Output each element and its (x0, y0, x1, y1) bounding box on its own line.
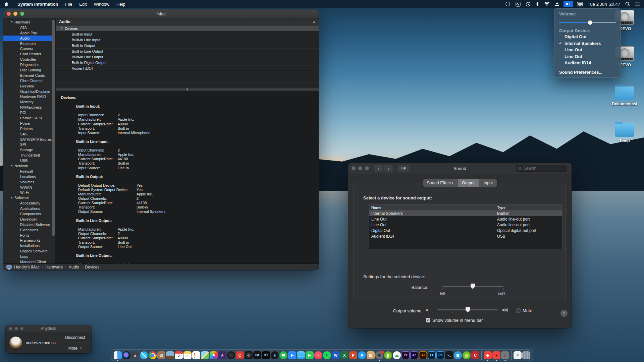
sidebar-item-memory[interactable]: Memory (3, 99, 55, 105)
input-source-icon[interactable] (577, 2, 583, 6)
sidebar-item-firewire[interactable]: FireWire (3, 83, 55, 89)
disclosure-triangle-icon[interactable]: ▼ (60, 27, 63, 30)
tab-input[interactable]: Input (479, 179, 497, 187)
minimize-button[interactable] (13, 12, 17, 16)
dock-icon-audient-id[interactable]: iD (262, 351, 270, 359)
help-button[interactable]: ? (560, 310, 568, 317)
dock-icon-app-store[interactable]: A (358, 351, 366, 359)
output-volume-slider[interactable] (437, 307, 498, 310)
sidebar-item-pci[interactable]: PCI (3, 110, 55, 115)
device-row-audient-id14[interactable]: Audient iD14 (56, 66, 319, 71)
dock-icon-messages[interactable]: … (297, 351, 305, 359)
dock-icon-edge-browser[interactable]: e (271, 351, 279, 359)
output-device-digital-out-0[interactable]: Digital Out (554, 34, 621, 40)
dock-icon-capture-app[interactable] (375, 351, 383, 359)
device-row-built-in-line-output[interactable]: Built-in Line Output (56, 54, 319, 60)
dock-icon-clamp-tool[interactable]: ∩ (501, 351, 509, 359)
anydesk-titlebar[interactable]: Anydesk (6, 325, 91, 332)
dock-icon-premiere[interactable]: Pr (401, 351, 410, 359)
dock-icon-apple-music[interactable]: ♪ (314, 351, 322, 359)
dock-icon-word[interactable]: W (332, 351, 340, 359)
search-field[interactable]: Search (516, 165, 567, 172)
tab-output[interactable]: Output (458, 179, 479, 187)
dock-icon-anydesk[interactable]: ◆ (484, 351, 492, 359)
dock-icon-contacts[interactable]: ▤ (157, 351, 165, 359)
sidebar-item-locations[interactable]: Locations (3, 174, 55, 179)
dock-icon-after-effects[interactable]: Ae (410, 351, 418, 359)
output-device-line-out-3[interactable]: Line Out (554, 53, 621, 60)
dock-icon-cloud-app[interactable]: ☁ (393, 351, 401, 359)
more-button[interactable]: More∨ (59, 343, 91, 353)
minimize-button[interactable] (15, 327, 18, 330)
volume-icon[interactable] (564, 1, 573, 7)
breadcrumb-part-hardware[interactable]: Hardware (45, 265, 63, 269)
close-button[interactable] (352, 166, 356, 170)
sidebar-item-volumes[interactable]: Volumes (3, 179, 55, 185)
breadcrumb-part-audio[interactable]: Audio (69, 265, 79, 269)
dock-icon-anydesk-linux[interactable]: ● (492, 351, 500, 359)
sidebar-item-disc-burning[interactable]: Disc Burning (3, 67, 55, 73)
sidebar-item-fonts[interactable]: Fonts (3, 233, 55, 238)
zoom-button[interactable] (365, 166, 369, 170)
device-row-built-in-line-input[interactable]: Built-in Line Input (56, 37, 319, 43)
table-row-line-out-2[interactable]: Line OutAudio line-out port (369, 222, 562, 228)
dock-icon-cubase[interactable]: C (236, 351, 244, 359)
sidebar-item-developer[interactable]: Developer (3, 217, 55, 222)
sidebar-item-usb[interactable]: USB (3, 158, 55, 163)
dock-icon-chrome[interactable] (149, 351, 157, 359)
sound-preferences-item[interactable]: Sound Preferences... (559, 70, 602, 75)
sidebar-item-components[interactable]: Components (3, 211, 55, 217)
dock-icon-cubase-2[interactable]: C (471, 351, 479, 359)
sidebar-item-frameworks[interactable]: Frameworks (3, 238, 55, 243)
sidebar-item-disabled-software[interactable]: Disabled Software (3, 222, 55, 227)
spotlight-icon[interactable] (625, 2, 630, 6)
sidebar-item-wwan[interactable]: WWAN (3, 185, 55, 190)
sidebar-item-hardware-raid[interactable]: Hardware RAID (3, 94, 55, 99)
output-device-internal-speakers-1[interactable]: ✓Internal Speakers (554, 40, 621, 47)
apple-menu-icon[interactable] (4, 2, 8, 7)
dock-icon-globe-app[interactable]: ○ (227, 351, 235, 359)
sidebar-item-storage[interactable]: Storage (3, 147, 55, 153)
mute-checkbox[interactable] (516, 308, 521, 313)
zoom-button[interactable] (20, 327, 23, 330)
breadcrumb[interactable]: Hendry's iMac›Hardware›Audio›Devices (14, 265, 99, 269)
disclosure-triangle-icon[interactable]: ▼ (10, 20, 13, 23)
close-button[interactable] (7, 12, 11, 16)
menubar-menu-help[interactable]: Help (116, 2, 125, 7)
volume-menu-slider-thumb[interactable] (588, 20, 592, 25)
sound-titlebar[interactable]: ‹ › Sound Search (348, 163, 572, 174)
sidebar-group-network[interactable]: ▼Network (3, 163, 55, 169)
show-volume-checkbox[interactable]: ✓ (426, 318, 430, 322)
sidebar-group-software[interactable]: ▼Software (3, 195, 55, 200)
sidebar-item-diagnostics[interactable]: Diagnostics (3, 62, 55, 67)
sidebar-item-controller[interactable]: Controller (3, 57, 55, 62)
dock-icon-calendar[interactable]: 2 (175, 351, 183, 359)
audio-pane-header[interactable]: Audio ∧ (56, 18, 319, 25)
dock-icon-reminders[interactable] (192, 351, 200, 359)
sidebar-item-power[interactable]: Power (3, 121, 55, 126)
dock-icon-whatsapp[interactable]: ☎ (279, 351, 287, 359)
close-button[interactable] (9, 327, 12, 330)
dock-icon-powerpoint[interactable]: P (349, 351, 357, 359)
sidebar-item-fibre-channel[interactable]: Fibre Channel (3, 78, 55, 83)
sidebar-item-printers[interactable]: Printers (3, 126, 55, 131)
sidebar-item-spi[interactable]: SPI (3, 142, 55, 147)
devices-tree-header[interactable]: ▼ Devices (56, 25, 319, 32)
dock-icon-text-document[interactable]: ≡ (514, 351, 522, 359)
dock-icon-terminal[interactable]: >_ (445, 351, 453, 359)
balance-slider[interactable] (442, 284, 503, 287)
sidebar-item-camera[interactable]: Camera (3, 46, 55, 51)
desktop-icon-temp-3[interactable]: Temp (609, 123, 640, 143)
sidebar-item-managed-client[interactable]: Managed Client (3, 259, 55, 263)
column-type[interactable]: Type (494, 204, 562, 210)
pane-splitter[interactable] (56, 87, 319, 91)
dock-icon-downloads-folder[interactable]: ▤ (367, 351, 375, 359)
forward-button[interactable]: › (384, 165, 393, 172)
dock-icon-web-driver[interactable]: ▦ (454, 351, 462, 359)
breadcrumb-part-devices[interactable]: Devices (85, 265, 99, 269)
device-row-built-in-output[interactable]: Built-in Output (56, 43, 319, 49)
wifi-icon[interactable] (544, 2, 550, 6)
sidebar-item-apple-pay[interactable]: Apple Pay (3, 30, 55, 36)
output-device-audient-id14-4[interactable]: Audient iD14 (554, 60, 621, 66)
dock-icon-finder[interactable] (114, 351, 122, 359)
